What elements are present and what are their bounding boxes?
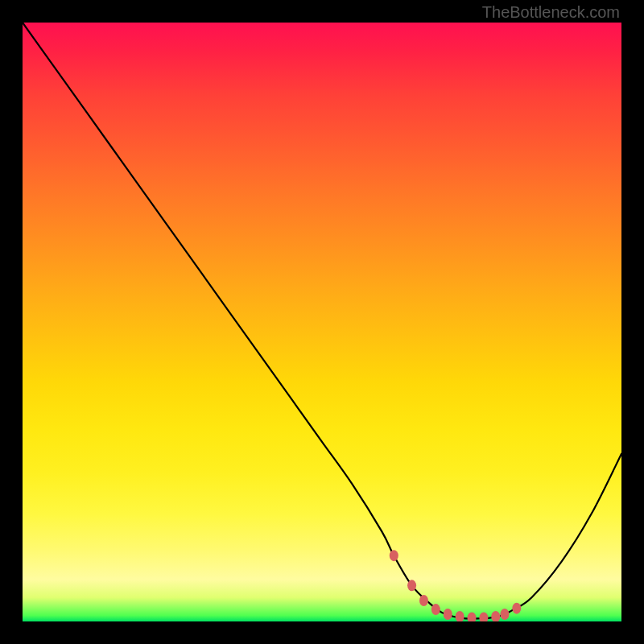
marker-dot xyxy=(419,595,428,606)
marker-dot xyxy=(512,603,521,614)
marker-dot xyxy=(500,609,509,620)
marker-dot xyxy=(390,550,398,561)
bottleneck-curve xyxy=(23,23,621,618)
marker-dot xyxy=(479,613,488,621)
plot-area xyxy=(23,23,621,621)
marker-dot xyxy=(468,613,477,621)
watermark-text: TheBottleneck.com xyxy=(482,3,620,22)
marker-dot xyxy=(444,609,452,620)
marker-dot xyxy=(491,611,500,621)
marker-dot xyxy=(431,604,440,615)
chart-container: TheBottleneck.com xyxy=(0,0,644,644)
marker-dot xyxy=(407,580,416,591)
optimal-range-markers xyxy=(390,550,522,621)
curve-svg xyxy=(23,23,621,621)
marker-dot xyxy=(456,611,464,621)
